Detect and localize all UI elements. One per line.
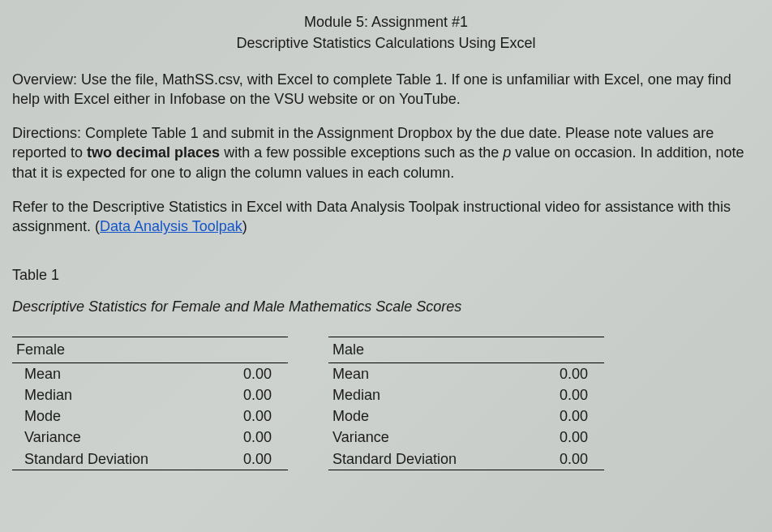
male-mode-value: 0.00 bbox=[530, 405, 605, 427]
refer-paragraph: Refer to the Descriptive Statistics in E… bbox=[12, 197, 760, 237]
document-title-line2: Descriptive Statistics Calculations Usin… bbox=[12, 33, 760, 53]
female-median-value: 0.00 bbox=[217, 384, 288, 405]
overview-paragraph: Overview: Use the file, MathSS.csv, with… bbox=[12, 70, 760, 109]
row-label-sd: Standard Deviation bbox=[328, 448, 530, 470]
male-header: Male bbox=[328, 337, 604, 363]
female-variance-value: 0.00 bbox=[217, 427, 288, 448]
male-mean-value: 0.00 bbox=[530, 363, 605, 384]
table-caption: Descriptive Statistics for Female and Ma… bbox=[12, 297, 760, 316]
stats-tables-wrapper: Female Mean 0.00 Median 0.00 Mode 0.00 V… bbox=[12, 337, 760, 470]
table-row: Mode 0.00 bbox=[12, 405, 288, 427]
row-label-mode: Mode bbox=[12, 405, 217, 427]
table-row: Mode 0.00 bbox=[328, 405, 604, 427]
female-header: Female bbox=[12, 337, 288, 363]
row-label-median: Median bbox=[12, 384, 217, 405]
directions-text-2: with a few possible exceptions such as t… bbox=[220, 144, 503, 161]
female-mean-value: 0.00 bbox=[217, 363, 288, 384]
table-heading: Table 1 bbox=[12, 265, 760, 285]
female-mode-value: 0.00 bbox=[217, 405, 288, 427]
directions-bold: two decimal places bbox=[87, 144, 220, 161]
row-label-sd: Standard Deviation bbox=[12, 448, 217, 470]
row-label-variance: Variance bbox=[12, 427, 217, 448]
row-label-mean: Mean bbox=[328, 363, 530, 384]
data-analysis-toolpak-link[interactable]: Data Analysis Toolpak bbox=[100, 218, 242, 234]
row-label-median: Median bbox=[328, 384, 530, 405]
row-label-variance: Variance bbox=[328, 427, 530, 448]
table-row: Median 0.00 bbox=[328, 384, 604, 405]
directions-italic-p: p bbox=[503, 144, 511, 161]
female-stats-table: Female Mean 0.00 Median 0.00 Mode 0.00 V… bbox=[12, 337, 288, 470]
male-variance-value: 0.00 bbox=[530, 427, 605, 448]
table-row: Median 0.00 bbox=[12, 384, 288, 405]
male-sd-value: 0.00 bbox=[530, 448, 605, 470]
table-row: Standard Deviation 0.00 bbox=[328, 448, 604, 470]
female-sd-value: 0.00 bbox=[217, 448, 288, 470]
table-row: Standard Deviation 0.00 bbox=[12, 448, 288, 470]
document-title-line1: Module 5: Assignment #1 bbox=[12, 12, 760, 32]
table-row: Variance 0.00 bbox=[328, 427, 604, 448]
directions-paragraph: Directions: Complete Table 1 and submit … bbox=[12, 123, 760, 182]
male-median-value: 0.00 bbox=[530, 384, 605, 405]
row-label-mean: Mean bbox=[12, 363, 217, 384]
table-row: Mean 0.00 bbox=[328, 363, 604, 384]
table-row: Variance 0.00 bbox=[12, 427, 288, 448]
row-label-mode: Mode bbox=[328, 405, 530, 427]
refer-text-2: ) bbox=[242, 218, 247, 234]
male-stats-table: Male Mean 0.00 Median 0.00 Mode 0.00 Var… bbox=[328, 337, 604, 470]
table-row: Mean 0.00 bbox=[12, 363, 288, 384]
